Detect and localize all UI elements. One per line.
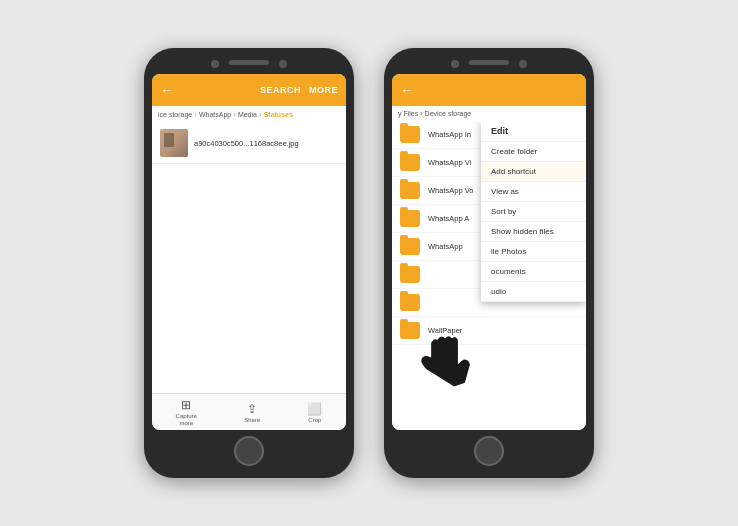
capture-label: Capture [176,413,197,419]
crumb-device-storage[interactable]: Device storage [425,110,472,117]
phone-2-bottom [474,436,504,466]
crop-button[interactable]: ⬜ Crop [307,402,322,423]
folder-icon-1 [400,126,420,143]
crumb-statuses[interactable]: Statuses [264,111,293,118]
folder-item-wallpaper[interactable]: WallPaper [392,317,586,345]
phone-1-screen: ← SEARCH MORE ice storage › WhatsApp › M… [152,74,346,430]
folder-name-3: WhatsApp Vo [428,186,473,195]
share-label: Share [244,417,260,423]
folder-name-8: WallPaper [428,326,462,335]
menu-edit[interactable]: Edit [481,121,586,142]
menu-ocuments[interactable]: ocuments [481,262,586,282]
bottom-toolbar: ⊞ Capture more ⇪ Share ⬜ Crop [152,393,346,430]
file-thumbnail [160,129,188,157]
phone-1-app-bar: ← SEARCH MORE [152,74,346,106]
crumb-storage: ice storage [158,111,192,118]
context-menu: Edit Create folder Add shortcut View as … [481,121,586,302]
file-item[interactable]: a90c4030c500...1168ac8ee.jpg [152,123,346,164]
menu-ile-photos[interactable]: ile Photos [481,242,586,262]
phone-1: ← SEARCH MORE ice storage › WhatsApp › M… [144,48,354,478]
breadcrumb-2: y Files › Device storage [392,106,586,121]
img-preview [160,129,188,157]
camera-dot-4 [519,60,527,68]
share-icon: ⇪ [247,402,257,416]
folder-icon-7 [400,294,420,311]
file-list: a90c4030c500...1168ac8ee.jpg [152,123,346,393]
search-action[interactable]: SEARCH [260,85,301,95]
phone-2-screen: ← y Files › Device storage WhatsApp In W… [392,74,586,430]
menu-udio[interactable]: udio [481,282,586,302]
menu-sort-by[interactable]: Sort by [481,202,586,222]
capture-button[interactable]: ⊞ Capture more [176,398,197,426]
crop-icon: ⬜ [307,402,322,416]
crumb-whatsapp[interactable]: WhatsApp [199,111,231,118]
back-arrow-2-icon[interactable]: ← [400,82,414,98]
folder-icon-5 [400,238,420,255]
home-button-2[interactable] [474,436,504,466]
bar-actions: SEARCH MORE [260,85,338,95]
camera-dot-1 [211,60,219,68]
folder-icon-2 [400,154,420,171]
speaker-2 [469,60,509,65]
folder-icon-8 [400,322,420,339]
camera-dot-3 [451,60,459,68]
more-action[interactable]: MORE [309,85,338,95]
folder-icon-6 [400,266,420,283]
home-button-1[interactable] [234,436,264,466]
phone-2-app-bar: ← [392,74,586,106]
crumb-my-files: y Files [398,110,418,117]
folder-icon-4 [400,210,420,227]
folder-name-5: WhatsApp [428,242,463,251]
capture-icon: ⊞ [181,398,191,412]
crop-label: Crop [308,417,321,423]
file-name: a90c4030c500...1168ac8ee.jpg [194,139,299,148]
folder-name-1: WhatsApp In [428,130,471,139]
back-arrow-icon[interactable]: ← [160,82,174,98]
folder-name-2: WhatsApp Vi [428,158,471,167]
folder-list: WhatsApp In WhatsApp Vi WhatsApp Vo What… [392,121,586,430]
phone-2: ← y Files › Device storage WhatsApp In W… [384,48,594,478]
speaker-1 [229,60,269,65]
menu-view-as[interactable]: View as [481,182,586,202]
menu-create-folder[interactable]: Create folder [481,142,586,162]
menu-show-hidden[interactable]: Show hidden files [481,222,586,242]
crumb-media[interactable]: Media [238,111,257,118]
phone-1-bottom [234,436,264,466]
phone-2-top-bar [392,60,586,68]
capture-more-label: more [179,420,193,426]
share-button[interactable]: ⇪ Share [244,402,260,423]
phone-1-top-bar [152,60,346,68]
folder-icon-3 [400,182,420,199]
camera-dot-2 [279,60,287,68]
breadcrumb-1: ice storage › WhatsApp › Media › Statuse… [152,106,346,123]
menu-add-shortcut[interactable]: Add shortcut [481,162,586,182]
folder-name-4: WhatsApp A [428,214,469,223]
